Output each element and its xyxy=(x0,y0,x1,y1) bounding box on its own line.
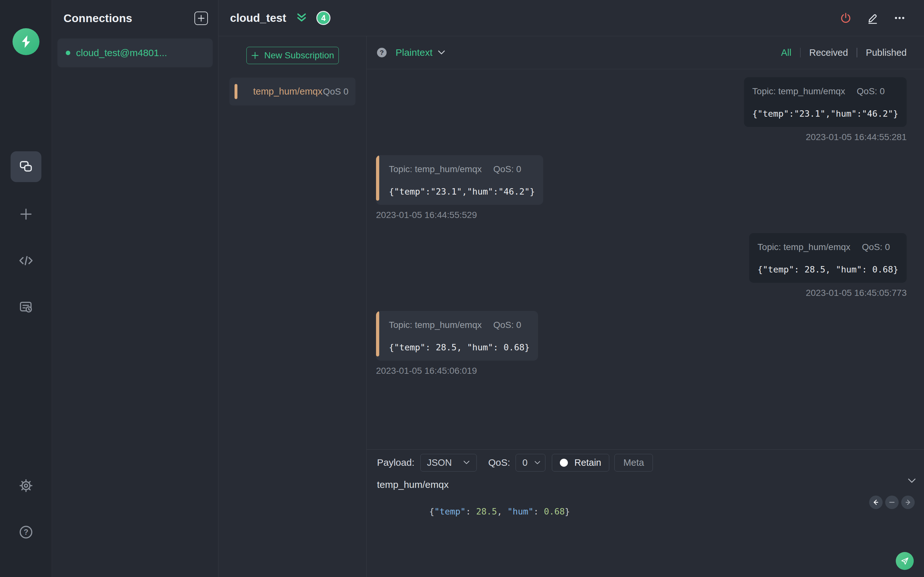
plus-icon xyxy=(18,206,34,222)
subscription-item[interactable]: temp_hum/emqx QoS 0 xyxy=(229,77,355,105)
message-timestamp: 2023-01-05 16:44:55:529 xyxy=(376,210,543,220)
chevron-down-icon xyxy=(534,461,541,465)
gear-icon xyxy=(18,478,34,493)
disconnect-button[interactable] xyxy=(839,11,852,24)
add-connection-button[interactable] xyxy=(194,11,208,25)
message-meta: Topic: temp_hum/emqx QoS: 0 xyxy=(389,164,535,174)
send-button[interactable] xyxy=(896,552,914,570)
new-subscription-button[interactable]: New Subscription xyxy=(246,47,339,64)
connections-panel: Connections cloud_test@m4801... xyxy=(52,0,218,577)
plus-icon xyxy=(251,51,259,60)
publish-payload-editor[interactable]: {"temp": 28.5, "hum": 0.68} xyxy=(367,492,924,577)
help-icon: ? xyxy=(18,524,34,540)
more-options-button[interactable] xyxy=(893,11,906,24)
content-row: New Subscription temp_hum/emqx QoS 0 ? P… xyxy=(218,36,924,577)
message-published: Topic: temp_hum/emqx QoS: 0 {"temp":"23.… xyxy=(744,77,907,142)
publish-payload-line: {"temp": 28.5, "hum": 0.68} xyxy=(429,506,570,516)
message-qos: QoS: 0 xyxy=(857,86,885,97)
mqttx-bolt-icon xyxy=(18,33,34,50)
retain-label: Retain xyxy=(574,458,601,468)
chevron-down-icon xyxy=(463,460,470,465)
publish-panel: Payload: JSON QoS: 0 xyxy=(367,450,924,577)
icon-rail: ? xyxy=(0,0,52,577)
message-payload: {"temp": 28.5, "hum": 0.68} xyxy=(758,264,898,274)
collapse-connection-icon[interactable] xyxy=(295,13,308,23)
qos-value: 0 xyxy=(522,458,527,468)
publish-controls: Payload: JSON QoS: 0 xyxy=(377,454,924,472)
message-received: Topic: temp_hum/emqx QoS: 0 {"temp":"23.… xyxy=(376,155,543,220)
filter-separator xyxy=(800,48,801,57)
message-bubble: Topic: temp_hum/emqx QoS: 0 {"temp":"23.… xyxy=(744,77,907,127)
message-meta: Topic: temp_hum/emqx QoS: 0 xyxy=(389,320,530,330)
double-chevron-down-icon xyxy=(295,13,308,23)
message-bubble: Topic: temp_hum/emqx QoS: 0 {"temp": 28.… xyxy=(376,311,538,361)
rail-settings-button[interactable] xyxy=(18,478,34,493)
plus-icon xyxy=(198,15,205,22)
payload-format-select[interactable]: JSON xyxy=(420,454,477,472)
format-help-icon[interactable]: ? xyxy=(377,48,387,57)
edit-connection-button[interactable] xyxy=(866,11,879,24)
connections-title: Connections xyxy=(63,12,132,25)
new-subscription-label: New Subscription xyxy=(264,50,334,61)
message-filters: All Received Published xyxy=(781,47,907,58)
message-color-bar xyxy=(376,311,379,356)
publish-topic-input[interactable]: temp_hum/emqx xyxy=(377,477,892,492)
send-icon xyxy=(900,556,910,566)
payload-format-value: JSON xyxy=(427,458,452,468)
format-dropdown[interactable]: Plaintext xyxy=(396,47,433,58)
rail-new-connection-button[interactable] xyxy=(18,206,34,222)
rail-help-button[interactable]: ? xyxy=(18,524,34,540)
message-meta: Topic: temp_hum/emqx QoS: 0 xyxy=(752,86,898,97)
collapse-publish-icon[interactable] xyxy=(907,478,916,484)
pencil-icon xyxy=(866,11,879,24)
meta-button[interactable]: Meta xyxy=(614,454,653,472)
connection-item[interactable]: cloud_test@m4801... xyxy=(57,39,213,67)
subscriptions-column: New Subscription temp_hum/emqx QoS 0 xyxy=(218,36,367,577)
message-qos: QoS: 0 xyxy=(493,320,521,330)
retain-dot-icon xyxy=(560,459,568,467)
minus-icon xyxy=(888,498,896,506)
history-current-button[interactable] xyxy=(885,496,899,509)
qos-select[interactable]: 0 xyxy=(515,454,545,472)
filter-separator xyxy=(857,48,857,57)
meta-label: Meta xyxy=(624,458,644,468)
messages-toolbar: ? Plaintext All Received Published xyxy=(367,36,924,69)
connection-status-dot xyxy=(66,51,70,55)
message-timestamp: 2023-01-05 16:45:05:773 xyxy=(749,288,907,298)
log-icon xyxy=(18,299,34,315)
filter-all[interactable]: All xyxy=(781,47,791,58)
subscription-topic: temp_hum/emqx xyxy=(253,86,322,97)
subscription-qos: QoS 0 xyxy=(323,87,349,97)
message-list: Topic: temp_hum/emqx QoS: 0 {"temp":"23.… xyxy=(367,69,924,450)
message-payload: {"temp":"23.1","hum":"46.2"} xyxy=(389,187,535,197)
main-area: cloud_test 4 xyxy=(218,0,924,577)
payload-history-nav xyxy=(869,496,915,509)
subscription-color-bar xyxy=(234,84,237,99)
retain-toggle[interactable]: Retain xyxy=(552,454,609,472)
connection-name: cloud_test@m4801... xyxy=(76,47,167,58)
code-icon xyxy=(18,253,34,269)
message-payload: {"temp": 28.5, "hum": 0.68} xyxy=(389,342,530,352)
connections-icon xyxy=(18,159,34,175)
message-received: Topic: temp_hum/emqx QoS: 0 {"temp": 28.… xyxy=(376,311,538,376)
svg-text:?: ? xyxy=(23,528,28,536)
message-timestamp: 2023-01-05 16:44:55:281 xyxy=(744,132,907,142)
arrow-right-icon xyxy=(904,498,912,506)
filter-received[interactable]: Received xyxy=(809,47,848,58)
message-qos: QoS: 0 xyxy=(493,164,521,174)
ellipsis-icon xyxy=(893,11,906,24)
message-published: Topic: temp_hum/emqx QoS: 0 {"temp": 28.… xyxy=(749,233,907,298)
message-topic: Topic: temp_hum/emqx xyxy=(758,242,850,252)
connection-header: cloud_test 4 xyxy=(218,0,924,36)
chevron-down-icon[interactable] xyxy=(438,50,445,55)
message-topic: Topic: temp_hum/emqx xyxy=(389,320,481,330)
rail-script-button[interactable] xyxy=(18,253,34,269)
filter-published[interactable]: Published xyxy=(866,47,907,58)
rail-connections-button[interactable] xyxy=(11,151,41,182)
history-next-button[interactable] xyxy=(901,496,915,509)
payload-format-label: Payload: xyxy=(377,457,415,468)
rail-log-button[interactable] xyxy=(18,299,34,315)
history-prev-button[interactable] xyxy=(869,496,883,509)
messages-pane: ? Plaintext All Received Published xyxy=(367,36,924,577)
message-topic: Topic: temp_hum/emqx xyxy=(389,164,481,174)
